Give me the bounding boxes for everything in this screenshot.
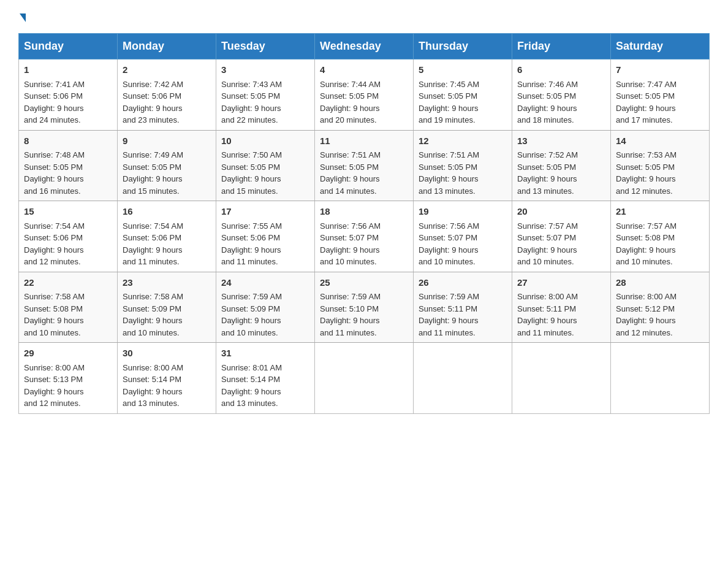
calendar-table: SundayMondayTuesdayWednesdayThursdayFrid…: [18, 33, 710, 414]
day-number: 30: [123, 347, 211, 361]
day-detail: Sunrise: 7:57 AMSunset: 5:08 PMDaylight:…: [616, 221, 677, 267]
day-number: 22: [24, 276, 112, 290]
day-number: 15: [24, 205, 112, 219]
day-number: 29: [24, 347, 112, 361]
day-detail: Sunrise: 7:56 AMSunset: 5:07 PMDaylight:…: [419, 221, 479, 267]
day-number: 28: [616, 276, 704, 290]
day-detail: Sunrise: 7:46 AMSunset: 5:05 PMDaylight:…: [517, 80, 578, 125]
day-number: 7: [616, 63, 704, 77]
column-header-thursday: Thursday: [414, 34, 512, 59]
day-detail: Sunrise: 7:54 AMSunset: 5:06 PMDaylight:…: [123, 221, 183, 267]
calendar-cell: 30 Sunrise: 8:00 AMSunset: 5:14 PMDaylig…: [118, 343, 216, 414]
calendar-week-row: 29 Sunrise: 8:00 AMSunset: 5:13 PMDaylig…: [19, 343, 710, 414]
day-detail: Sunrise: 7:43 AMSunset: 5:05 PMDaylight:…: [221, 80, 282, 125]
day-number: 10: [221, 134, 309, 148]
calendar-cell: 1 Sunrise: 7:41 AMSunset: 5:06 PMDayligh…: [19, 59, 118, 131]
day-detail: Sunrise: 7:57 AMSunset: 5:07 PMDaylight:…: [517, 221, 578, 267]
day-detail: Sunrise: 7:52 AMSunset: 5:05 PMDaylight:…: [517, 150, 578, 196]
column-header-tuesday: Tuesday: [216, 34, 315, 59]
calendar-cell: 25 Sunrise: 7:59 AMSunset: 5:10 PMDaylig…: [315, 272, 414, 343]
day-number: 5: [419, 63, 507, 77]
calendar-week-row: 1 Sunrise: 7:41 AMSunset: 5:06 PMDayligh…: [19, 59, 710, 131]
day-number: 27: [517, 276, 605, 290]
day-number: 16: [123, 205, 211, 219]
calendar-cell: 19 Sunrise: 7:56 AMSunset: 5:07 PMDaylig…: [414, 201, 512, 272]
calendar-cell: 26 Sunrise: 7:59 AMSunset: 5:11 PMDaylig…: [414, 272, 512, 343]
day-detail: Sunrise: 7:56 AMSunset: 5:07 PMDaylight:…: [320, 221, 381, 267]
day-detail: Sunrise: 7:58 AMSunset: 5:09 PMDaylight:…: [123, 292, 183, 337]
day-number: 8: [24, 134, 112, 148]
day-number: 14: [616, 134, 704, 148]
day-number: 11: [320, 134, 408, 148]
day-number: 24: [221, 276, 309, 290]
day-detail: Sunrise: 7:48 AMSunset: 5:05 PMDaylight:…: [24, 150, 85, 196]
calendar-cell: [512, 343, 611, 414]
day-detail: Sunrise: 7:59 AMSunset: 5:11 PMDaylight:…: [419, 292, 479, 337]
column-header-sunday: Sunday: [19, 34, 118, 59]
day-detail: Sunrise: 7:47 AMSunset: 5:05 PMDaylight:…: [616, 80, 677, 125]
day-detail: Sunrise: 7:59 AMSunset: 5:09 PMDaylight:…: [221, 292, 282, 337]
day-number: 12: [419, 134, 507, 148]
calendar-cell: 9 Sunrise: 7:49 AMSunset: 5:05 PMDayligh…: [118, 130, 216, 201]
day-number: 3: [221, 63, 309, 77]
calendar-cell: 6 Sunrise: 7:46 AMSunset: 5:05 PMDayligh…: [512, 59, 611, 131]
day-detail: Sunrise: 7:59 AMSunset: 5:10 PMDaylight:…: [320, 292, 381, 337]
day-number: 25: [320, 276, 408, 290]
day-number: 13: [517, 134, 605, 148]
calendar-cell: 7 Sunrise: 7:47 AMSunset: 5:05 PMDayligh…: [611, 59, 710, 131]
day-number: 1: [24, 63, 112, 77]
column-header-saturday: Saturday: [611, 34, 710, 59]
calendar-cell: 8 Sunrise: 7:48 AMSunset: 5:05 PMDayligh…: [19, 130, 118, 201]
calendar-cell: 22 Sunrise: 7:58 AMSunset: 5:08 PMDaylig…: [19, 272, 118, 343]
calendar-cell: 28 Sunrise: 8:00 AMSunset: 5:12 PMDaylig…: [611, 272, 710, 343]
day-detail: Sunrise: 7:42 AMSunset: 5:06 PMDaylight:…: [123, 80, 183, 125]
day-number: 6: [517, 63, 605, 77]
calendar-cell: 23 Sunrise: 7:58 AMSunset: 5:09 PMDaylig…: [118, 272, 216, 343]
calendar-cell: 14 Sunrise: 7:53 AMSunset: 5:05 PMDaylig…: [611, 130, 710, 201]
day-detail: Sunrise: 8:00 AMSunset: 5:13 PMDaylight:…: [24, 363, 85, 408]
calendar-header-row: SundayMondayTuesdayWednesdayThursdayFrid…: [19, 34, 710, 59]
calendar-cell: 3 Sunrise: 7:43 AMSunset: 5:05 PMDayligh…: [216, 59, 315, 131]
calendar-cell: 24 Sunrise: 7:59 AMSunset: 5:09 PMDaylig…: [216, 272, 315, 343]
day-detail: Sunrise: 7:54 AMSunset: 5:06 PMDaylight:…: [24, 221, 85, 267]
calendar-week-row: 22 Sunrise: 7:58 AMSunset: 5:08 PMDaylig…: [19, 272, 710, 343]
day-number: 2: [123, 63, 211, 77]
day-detail: Sunrise: 8:00 AMSunset: 5:14 PMDaylight:…: [123, 363, 183, 408]
day-number: 26: [419, 276, 507, 290]
calendar-cell: 31 Sunrise: 8:01 AMSunset: 5:14 PMDaylig…: [216, 343, 315, 414]
day-detail: Sunrise: 7:45 AMSunset: 5:05 PMDaylight:…: [419, 80, 479, 125]
calendar-cell: 2 Sunrise: 7:42 AMSunset: 5:06 PMDayligh…: [118, 59, 216, 131]
day-number: 4: [320, 63, 408, 77]
day-number: 18: [320, 205, 408, 219]
day-number: 21: [616, 205, 704, 219]
calendar-cell: 11 Sunrise: 7:51 AMSunset: 5:05 PMDaylig…: [315, 130, 414, 201]
column-header-monday: Monday: [118, 34, 216, 59]
calendar-week-row: 8 Sunrise: 7:48 AMSunset: 5:05 PMDayligh…: [19, 130, 710, 201]
calendar-cell: 15 Sunrise: 7:54 AMSunset: 5:06 PMDaylig…: [19, 201, 118, 272]
day-detail: Sunrise: 7:44 AMSunset: 5:05 PMDaylight:…: [320, 80, 381, 125]
calendar-cell: 12 Sunrise: 7:51 AMSunset: 5:05 PMDaylig…: [414, 130, 512, 201]
day-number: 31: [221, 347, 309, 361]
calendar-cell: 20 Sunrise: 7:57 AMSunset: 5:07 PMDaylig…: [512, 201, 611, 272]
day-detail: Sunrise: 7:51 AMSunset: 5:05 PMDaylight:…: [320, 150, 381, 196]
day-detail: Sunrise: 8:00 AMSunset: 5:12 PMDaylight:…: [616, 292, 677, 337]
day-detail: Sunrise: 7:41 AMSunset: 5:06 PMDaylight:…: [24, 80, 85, 125]
day-detail: Sunrise: 7:53 AMSunset: 5:05 PMDaylight:…: [616, 150, 677, 196]
calendar-cell: 5 Sunrise: 7:45 AMSunset: 5:05 PMDayligh…: [414, 59, 512, 131]
day-number: 9: [123, 134, 211, 148]
day-detail: Sunrise: 8:00 AMSunset: 5:11 PMDaylight:…: [517, 292, 578, 337]
calendar-cell: 4 Sunrise: 7:44 AMSunset: 5:05 PMDayligh…: [315, 59, 414, 131]
day-number: 19: [419, 205, 507, 219]
page-header: [18, 12, 710, 21]
day-detail: Sunrise: 7:58 AMSunset: 5:08 PMDaylight:…: [24, 292, 85, 337]
calendar-cell: 16 Sunrise: 7:54 AMSunset: 5:06 PMDaylig…: [118, 201, 216, 272]
calendar-cell: [414, 343, 512, 414]
calendar-cell: 18 Sunrise: 7:56 AMSunset: 5:07 PMDaylig…: [315, 201, 414, 272]
day-detail: Sunrise: 8:01 AMSunset: 5:14 PMDaylight:…: [221, 363, 282, 408]
day-number: 20: [517, 205, 605, 219]
calendar-cell: 29 Sunrise: 8:00 AMSunset: 5:13 PMDaylig…: [19, 343, 118, 414]
calendar-cell: [611, 343, 710, 414]
calendar-cell: [315, 343, 414, 414]
day-detail: Sunrise: 7:50 AMSunset: 5:05 PMDaylight:…: [221, 150, 282, 196]
calendar-week-row: 15 Sunrise: 7:54 AMSunset: 5:06 PMDaylig…: [19, 201, 710, 272]
